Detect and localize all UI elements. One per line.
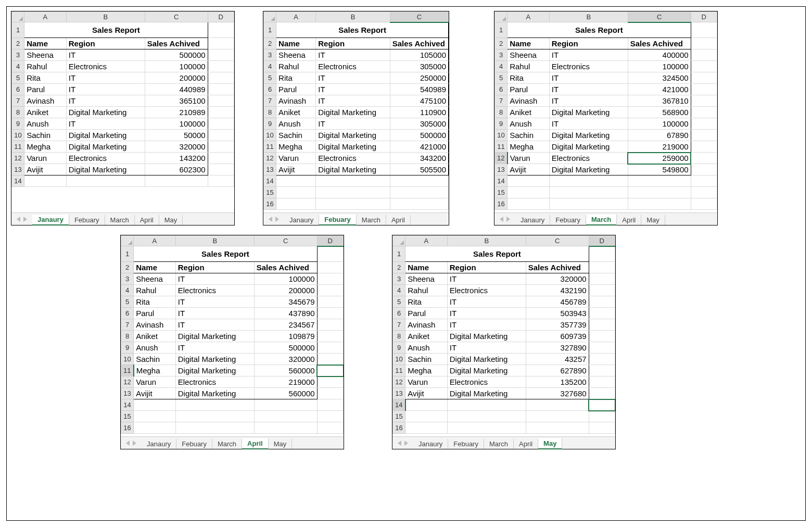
cell-A16[interactable] bbox=[134, 422, 176, 434]
cell-D8[interactable] bbox=[691, 107, 717, 118]
column-header-A[interactable]: A bbox=[508, 12, 550, 22]
sheet-tab-march[interactable]: March bbox=[105, 215, 135, 225]
cell-region[interactable]: Digital Marketing bbox=[549, 164, 628, 175]
cell-name[interactable]: Parul bbox=[508, 84, 550, 95]
cell-region[interactable]: Electronics bbox=[316, 61, 390, 72]
cell-C14[interactable] bbox=[254, 399, 317, 411]
cell-name[interactable]: Avijit bbox=[508, 164, 550, 175]
cell-sales[interactable]: 135200 bbox=[526, 377, 589, 388]
row-header[interactable]: 15 bbox=[121, 411, 134, 422]
report-title-cell[interactable]: Sales Report bbox=[24, 22, 208, 38]
cell-A14[interactable] bbox=[276, 175, 316, 187]
cell-region[interactable]: Digital Marketing bbox=[316, 107, 390, 118]
row-header[interactable]: 12 bbox=[12, 153, 24, 164]
cell-name[interactable]: Anush bbox=[405, 342, 448, 354]
cell-region[interactable]: Digital Marketing bbox=[549, 107, 628, 118]
row-header[interactable]: 6 bbox=[121, 308, 134, 319]
report-title-cell[interactable]: Sales Report bbox=[405, 246, 589, 262]
cell-region[interactable]: Digital Marketing bbox=[66, 107, 145, 118]
cell-A14[interactable] bbox=[405, 399, 448, 411]
column-header-C[interactable]: C bbox=[390, 12, 448, 22]
cell-D8[interactable] bbox=[317, 331, 343, 342]
sheet-tab-febuary[interactable]: Febuary bbox=[319, 215, 357, 225]
cell-region[interactable]: IT bbox=[175, 308, 254, 319]
cell-sales[interactable]: 109879 bbox=[254, 331, 317, 342]
row-header[interactable]: 9 bbox=[12, 118, 24, 130]
row-header[interactable]: 4 bbox=[121, 285, 134, 296]
cell-sales[interactable]: 345679 bbox=[254, 296, 317, 308]
cell-name[interactable]: Sachin bbox=[508, 130, 550, 141]
cell-region[interactable]: IT bbox=[447, 296, 526, 308]
cell-name[interactable]: Aniket bbox=[134, 331, 176, 342]
cell-region[interactable]: IT bbox=[316, 72, 390, 84]
cell-D5[interactable] bbox=[317, 296, 343, 308]
row-header[interactable]: 3 bbox=[495, 49, 508, 61]
cell-name[interactable]: Varun bbox=[276, 153, 316, 164]
cell-region[interactable]: IT bbox=[316, 49, 390, 61]
cell-C16[interactable] bbox=[628, 198, 691, 210]
cell-D15[interactable] bbox=[589, 411, 615, 422]
column-header-A[interactable]: A bbox=[134, 236, 176, 246]
cell-name[interactable]: Avinash bbox=[134, 319, 176, 331]
cell-C14[interactable] bbox=[628, 175, 691, 187]
cell-D7[interactable] bbox=[208, 95, 234, 107]
cell-D11[interactable] bbox=[589, 365, 615, 377]
cell-sales[interactable]: 365100 bbox=[145, 95, 208, 107]
row-header[interactable]: 4 bbox=[12, 61, 24, 72]
report-title-cell[interactable]: Sales Report bbox=[134, 246, 317, 262]
column-header-A[interactable]: A bbox=[24, 12, 67, 22]
cell-B14[interactable] bbox=[66, 175, 145, 187]
sheet-tab-febuary[interactable]: Febuary bbox=[69, 215, 105, 225]
cell-name[interactable]: Anush bbox=[24, 118, 67, 130]
row-header[interactable]: 14 bbox=[12, 175, 24, 187]
cell-sales[interactable]: 110900 bbox=[390, 107, 448, 118]
cell-D12[interactable] bbox=[317, 377, 343, 388]
cell-C14[interactable] bbox=[390, 175, 448, 187]
cell-sales[interactable]: 602300 bbox=[145, 164, 208, 175]
cell-D2[interactable] bbox=[691, 38, 717, 49]
row-header[interactable]: 8 bbox=[264, 107, 276, 118]
row-header[interactable]: 11 bbox=[12, 141, 24, 153]
cell-B15[interactable] bbox=[175, 411, 254, 422]
cell-name[interactable]: Avijit bbox=[134, 388, 176, 399]
tab-nav-next-icon[interactable] bbox=[23, 217, 27, 222]
cell-sales[interactable]: 320000 bbox=[254, 354, 317, 365]
cell-name[interactable]: Rahul bbox=[24, 61, 67, 72]
cell-region[interactable]: Electronics bbox=[175, 377, 254, 388]
cell-region[interactable]: IT bbox=[66, 118, 145, 130]
cell-region[interactable]: Electronics bbox=[66, 153, 145, 164]
cell-D15[interactable] bbox=[317, 411, 343, 422]
header-region[interactable]: Region bbox=[175, 262, 254, 273]
row-header[interactable]: 10 bbox=[393, 354, 405, 365]
row-header[interactable]: 1 bbox=[121, 246, 134, 262]
cell-region[interactable]: Digital Marketing bbox=[66, 130, 145, 141]
cell-name[interactable]: Rahul bbox=[276, 61, 316, 72]
cell-D3[interactable] bbox=[317, 273, 343, 285]
report-title-cell[interactable]: Sales Report bbox=[276, 22, 449, 38]
cell-sales[interactable]: 500000 bbox=[390, 130, 448, 141]
column-header-D[interactable]: D bbox=[691, 12, 717, 22]
column-header-A[interactable]: A bbox=[276, 12, 316, 22]
cell-B16[interactable] bbox=[316, 198, 390, 210]
tab-nav-next-icon[interactable] bbox=[275, 217, 279, 222]
row-header[interactable]: 2 bbox=[495, 38, 508, 49]
row-header[interactable]: 5 bbox=[264, 72, 276, 84]
header-name[interactable]: Name bbox=[405, 262, 448, 273]
tab-nav-next-icon[interactable] bbox=[404, 441, 408, 446]
cell-name[interactable]: Avijit bbox=[276, 164, 316, 175]
cell-A14[interactable] bbox=[508, 175, 550, 187]
sheet-tab-janaury[interactable]: Janaury bbox=[413, 439, 448, 449]
cell-name[interactable]: Sheena bbox=[134, 273, 176, 285]
sheet-tab-march[interactable]: March bbox=[357, 215, 386, 225]
cell-D5[interactable] bbox=[208, 72, 234, 84]
cell-name[interactable]: Megha bbox=[508, 141, 550, 153]
cell-name[interactable]: Varun bbox=[508, 153, 550, 164]
cell-D7[interactable] bbox=[691, 95, 717, 107]
cell-D10[interactable] bbox=[691, 130, 717, 141]
cell-B15[interactable] bbox=[549, 187, 628, 198]
cell-sales[interactable]: 100000 bbox=[254, 273, 317, 285]
cell-D2[interactable] bbox=[589, 262, 615, 273]
column-header-B[interactable]: B bbox=[316, 12, 390, 22]
row-header[interactable]: 14 bbox=[495, 175, 508, 187]
cell-sales[interactable]: 500000 bbox=[254, 342, 317, 354]
